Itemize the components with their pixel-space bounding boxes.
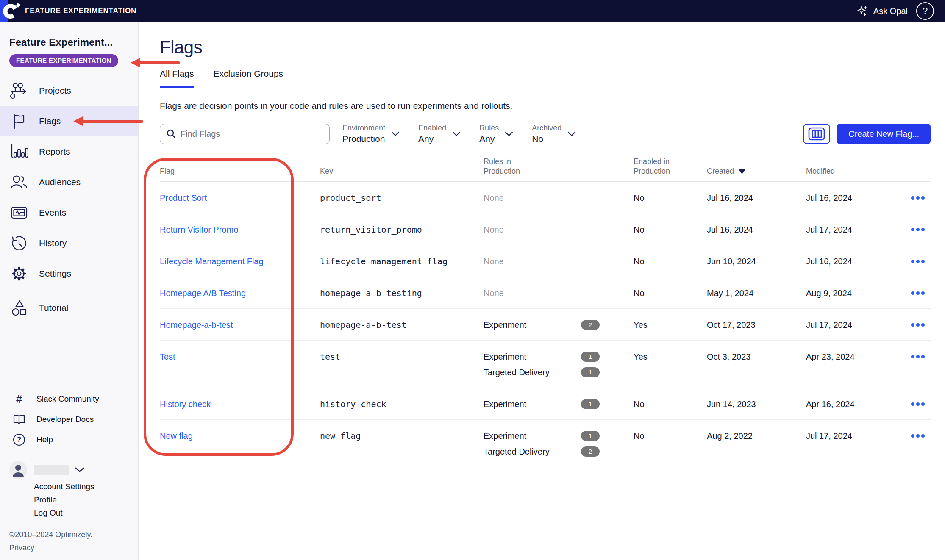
modified-date: Apr 16, 2024 [806, 399, 907, 409]
filter-environment[interactable]: Environment Production [342, 124, 400, 144]
flag-link[interactable]: Homepage A/B Testing [160, 288, 246, 298]
rule-count-badge: 2 [581, 446, 600, 457]
enabled-in-production-cell: No [634, 225, 707, 235]
rule-type-label: Targeted Delivery [484, 446, 581, 457]
filter-rules[interactable]: Rules Any [479, 124, 513, 144]
sidebar-item-developer-docs[interactable]: Developer Docs [0, 409, 138, 430]
sidebar-item-projects[interactable]: Projects [0, 75, 138, 106]
help-icon[interactable]: ? [916, 2, 934, 20]
gear-icon [9, 265, 29, 283]
ask-opal-label: Ask Opal [873, 6, 908, 16]
row-actions-menu-button[interactable] [910, 352, 926, 362]
row-actions-menu-button[interactable] [910, 399, 926, 409]
row-actions-menu-button[interactable] [910, 225, 926, 235]
search-input[interactable] [181, 129, 324, 139]
row-actions-menu-button[interactable] [910, 431, 926, 441]
filter-archived[interactable]: Archived No [532, 124, 576, 144]
modified-date: Jul 16, 2024 [806, 193, 907, 203]
created-date: Aug 2, 2022 [707, 431, 806, 441]
flag-link[interactable]: Test [160, 352, 175, 361]
profile-link[interactable]: Profile [34, 495, 129, 505]
column-header-key[interactable]: Key [320, 166, 484, 176]
footer-item-label: Slack Community [36, 394, 99, 404]
flag-key: test [320, 352, 484, 362]
table-header: Flag Key Rules in Production Enabled in … [160, 157, 931, 182]
rules-in-production-cell: Experiment1 [484, 399, 634, 409]
filter-enabled[interactable]: Enabled Any [418, 124, 461, 144]
sidebar-item-flags[interactable]: Flags [0, 106, 138, 136]
flag-key: new_flag [320, 431, 484, 441]
sidebar-item-history[interactable]: History [0, 228, 138, 258]
column-header-enabled-in-production[interactable]: Enabled in Production [634, 157, 678, 176]
footer-item-label: Developer Docs [36, 415, 94, 424]
column-settings-button[interactable] [803, 124, 830, 144]
table-body: Product Sort product_sort None No Jul 16… [160, 182, 931, 467]
row-actions-menu-button[interactable] [910, 288, 926, 298]
flag-link[interactable]: New flag [160, 431, 193, 441]
account-section: Account Settings Profile Log Out [0, 461, 138, 518]
sidebar-item-reports[interactable]: Reports [0, 136, 138, 167]
history-icon [9, 235, 29, 252]
main-content: Flags All Flags Exclusion Groups Flags a… [139, 22, 945, 560]
rule-type-label: None [484, 193, 581, 203]
sidebar-item-label: Tutorial [39, 303, 68, 313]
row-actions-menu-button[interactable] [910, 193, 926, 203]
page-title: Flags [160, 37, 931, 58]
flag-icon [9, 113, 29, 130]
rules-in-production-cell: None [484, 193, 634, 203]
account-settings-link[interactable]: Account Settings [34, 482, 129, 491]
flag-link[interactable]: History check [160, 399, 211, 409]
app-title: FEATURE EXPERIMENTATION [25, 7, 136, 15]
privacy-link[interactable]: Privacy [9, 543, 138, 552]
sidebar-item-events[interactable]: Events [0, 197, 138, 228]
flag-link[interactable]: Lifecycle Management Flag [160, 257, 264, 266]
project-switcher[interactable]: Feature Experiment... [0, 36, 138, 48]
avatar[interactable] [9, 461, 27, 479]
column-header-modified[interactable]: Modified [806, 166, 907, 176]
optimizely-logo[interactable] [0, 0, 8, 22]
column-header-flag[interactable]: Flag [160, 166, 320, 176]
table-row: Lifecycle Management Flag lifecycle_mana… [160, 245, 931, 277]
modified-date: Jul 17, 2024 [806, 225, 907, 235]
created-date: Jun 10, 2024 [707, 256, 806, 266]
top-navigation-bar: FEATURE EXPERIMENTATION Ask Opal ? [0, 0, 945, 22]
table-row: History check history_check Experiment1 … [160, 388, 931, 420]
flag-link[interactable]: Product Sort [160, 193, 207, 202]
question-circle-icon: ? [13, 434, 25, 446]
rules-in-production-cell: Experiment1Targeted Delivery2 [484, 431, 634, 457]
row-actions-menu-button[interactable] [910, 320, 926, 330]
create-new-flag-button[interactable]: Create New Flag... [837, 124, 931, 144]
column-header-created[interactable]: Created [707, 166, 806, 176]
modified-date: Apr 23, 2024 [806, 352, 907, 362]
sidebar-item-help[interactable]: ? Help [0, 430, 138, 450]
sidebar: Feature Experiment... FEATURE EXPERIMENT… [0, 22, 139, 560]
log-out-link[interactable]: Log Out [34, 508, 129, 518]
sidebar-item-slack-community[interactable]: # Slack Community [0, 389, 138, 409]
rule-count-badge: 1 [581, 352, 600, 362]
account-name-redacted[interactable] [34, 465, 69, 475]
tab-all-flags[interactable]: All Flags [160, 69, 194, 88]
rule-type-label: None [484, 256, 581, 266]
column-header-rules-in-production[interactable]: Rules in Production [484, 157, 528, 176]
sidebar-item-settings[interactable]: Settings [0, 258, 138, 289]
enabled-in-production-cell: No [634, 288, 707, 298]
sidebar-item-tutorial[interactable]: Tutorial [0, 293, 138, 323]
ask-opal-button[interactable]: Ask Opal [856, 5, 908, 17]
flag-link[interactable]: Homepage-a-b-test [160, 320, 233, 330]
sidebar-item-label: History [39, 238, 67, 248]
table-row: Homepage A/B Testing homepage_a_b_testin… [160, 277, 931, 309]
flag-link[interactable]: Return Visitor Promo [160, 225, 238, 234]
sidebar-nav: Projects Flags [0, 75, 138, 323]
table-row: New flag new_flag Experiment1Targeted De… [160, 420, 931, 467]
created-date: Jul 16, 2024 [707, 225, 806, 235]
rule-type-label: Experiment [484, 320, 581, 330]
sidebar-divider [0, 291, 138, 291]
rules-in-production-cell: None [484, 225, 634, 235]
created-date: Oct 3, 2023 [707, 352, 806, 362]
tab-exclusion-groups[interactable]: Exclusion Groups [214, 69, 284, 87]
chevron-down-icon[interactable] [75, 467, 85, 473]
chevron-down-icon [567, 131, 576, 136]
flag-key: homepage_a_b_testing [320, 288, 484, 298]
row-actions-menu-button[interactable] [910, 256, 926, 266]
sidebar-item-audiences[interactable]: Audiences [0, 167, 138, 197]
